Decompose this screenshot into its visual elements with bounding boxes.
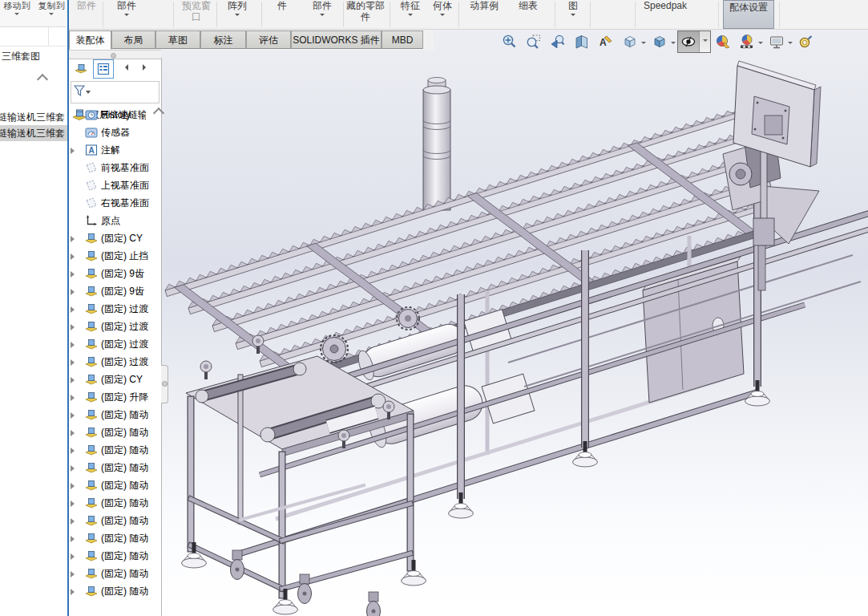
caster-wheel[interactable] <box>298 574 312 604</box>
previous-view-icon[interactable] <box>548 32 567 51</box>
expand-arrow-icon[interactable] <box>71 271 78 278</box>
expand-arrow-icon[interactable] <box>71 589 78 595</box>
expand-arrow-icon[interactable] <box>71 342 78 348</box>
propertymanager-tab[interactable] <box>93 59 114 79</box>
expand-arrow-icon[interactable] <box>71 253 78 260</box>
ribbon-assembly-settings-button[interactable]: 配体设置 <box>723 0 774 29</box>
ribbon-smart-fastener-button[interactable]: 件 <box>266 0 298 11</box>
tab-evaluate[interactable]: 评估 <box>246 30 291 49</box>
tree-item[interactable]: A (固定) 随动 <box>69 529 161 547</box>
expand-arrow-icon[interactable] <box>71 448 78 454</box>
tree-filter-box[interactable] <box>71 81 159 103</box>
scroll-tabs-left-icon[interactable] <box>122 64 128 71</box>
ribbon-speedpak-button[interactable]: Speedpak <box>640 0 691 11</box>
tree-item[interactable]: A (固定) 9齿 <box>69 265 161 282</box>
tree-item[interactable]: A (固定) 随动 <box>69 459 161 476</box>
ribbon-motion-study-button[interactable]: 动算例 <box>463 0 505 11</box>
ribbon-insert-component-button[interactable]: 部件 <box>111 0 143 18</box>
expand-arrow-icon[interactable] <box>71 536 78 542</box>
expand-arrow-icon[interactable] <box>71 359 78 366</box>
tree-item[interactable]: A (固定) 随动 <box>69 547 161 565</box>
hide-show-items-button-pressed[interactable] <box>677 30 711 53</box>
caster-wheel[interactable] <box>231 550 244 580</box>
leveling-foot[interactable] <box>182 542 207 568</box>
panel-splitter-horizontal[interactable] <box>69 50 161 59</box>
caster-wheel[interactable] <box>367 592 381 616</box>
leveling-foot[interactable] <box>273 589 298 614</box>
tree-item[interactable]: A (固定) 过渡 <box>69 353 161 371</box>
expand-arrow-icon[interactable] <box>71 553 78 560</box>
display-style-icon[interactable] <box>650 32 669 51</box>
panel-collapse-handle[interactable] <box>161 365 168 403</box>
file-row[interactable]: 链输送机三维套 <box>0 109 67 125</box>
expand-arrow-icon[interactable] <box>71 377 78 383</box>
tree-item[interactable]: A (固定) 随动 <box>69 582 161 600</box>
assembly-3d-model[interactable] <box>164 50 868 616</box>
ribbon-pattern-button[interactable]: 阵列 <box>221 0 253 18</box>
tree-item[interactable]: A 注解 <box>69 141 161 159</box>
tree-item[interactable]: A (固定) 随动 <box>69 476 161 494</box>
adjustment-knob[interactable] <box>200 361 212 379</box>
ribbon-bom-button[interactable]: 细表 <box>510 0 547 11</box>
expand-arrow-icon[interactable] <box>71 306 78 313</box>
expand-arrow-icon[interactable] <box>71 236 78 242</box>
ribbon-exploded-view-button[interactable]: 图 <box>561 0 585 18</box>
ribbon-reference-geometry-button[interactable]: 何体 <box>426 0 458 18</box>
filter-funnel-icon[interactable] <box>74 84 91 100</box>
hide-show-items-icon[interactable] <box>679 32 698 51</box>
tree-item[interactable]: A 原点 <box>69 212 161 229</box>
copy-to-button[interactable]: 复制到 <box>35 0 67 24</box>
tree-item[interactable]: A (固定) 随动 <box>69 565 161 582</box>
tree-item[interactable]: A (固定) 随动 <box>69 424 161 441</box>
tree-item[interactable]: A (固定) 过渡 <box>69 335 161 353</box>
tree-item[interactable]: A (固定) 随动 <box>69 406 161 424</box>
tree-item[interactable]: A (固定) 随动 <box>69 494 161 512</box>
tab-markup[interactable]: 标注 <box>200 30 246 49</box>
tree-item[interactable]: A 右视基准面 <box>69 194 161 212</box>
edit-appearance-icon[interactable] <box>713 32 733 51</box>
bellows-cylinder[interactable] <box>423 78 450 211</box>
tree-item[interactable]: A (固定) CY <box>69 371 161 388</box>
collapse-chevron-icon[interactable] <box>37 74 48 85</box>
file-row-selected[interactable]: 链输送机三维套 <box>0 125 67 141</box>
view-settings-icon[interactable] <box>767 32 786 51</box>
leveling-foot[interactable] <box>449 492 474 518</box>
tree-item[interactable]: A 传感器 <box>69 124 161 141</box>
expand-arrow-icon[interactable] <box>71 518 78 525</box>
tab-assembly[interactable]: 装配体 <box>69 30 111 50</box>
zoom-to-area-icon[interactable] <box>524 32 543 51</box>
zoom-to-fit-icon[interactable] <box>500 32 519 51</box>
expand-arrow-icon[interactable] <box>71 412 78 419</box>
ribbon-move-component-button[interactable]: 部件 <box>306 0 338 18</box>
chevron-down-icon[interactable] <box>641 42 646 47</box>
tree-item[interactable]: A (固定) 过渡 <box>69 318 161 335</box>
tab-layout[interactable]: 布局 <box>111 30 155 49</box>
chevron-down-icon[interactable] <box>758 42 763 47</box>
tree-item[interactable]: A (固定) CY <box>69 229 161 247</box>
tab-mbd[interactable]: MBD <box>382 30 423 49</box>
section-view-icon[interactable] <box>572 32 591 51</box>
tree-item[interactable]: A 前视基准面 <box>69 159 161 176</box>
expand-arrow-icon[interactable] <box>71 571 78 578</box>
tab-sketch[interactable]: 草图 <box>155 30 200 49</box>
ribbon-hidden-components-button[interactable]: 藏的零部件 <box>346 0 385 22</box>
expand-arrow-icon[interactable] <box>71 148 78 154</box>
tree-item[interactable]: A (固定) 过渡 <box>69 300 161 318</box>
tree-item[interactable]: A (固定) 随动 <box>69 441 161 459</box>
expand-arrow-icon[interactable] <box>71 500 78 507</box>
tree-item[interactable]: A History <box>69 106 161 124</box>
annotation-views-icon[interactable]: A <box>596 32 616 51</box>
expand-arrow-icon[interactable] <box>71 483 78 489</box>
expand-arrow-icon[interactable] <box>71 395 78 401</box>
tree-item[interactable]: A (固定) 9齿 <box>69 282 161 300</box>
graphics-viewport[interactable]: A <box>161 30 868 616</box>
expand-arrow-icon[interactable] <box>71 430 78 436</box>
expand-arrow-icon[interactable] <box>71 465 78 472</box>
scroll-tabs-right-icon[interactable] <box>143 64 149 71</box>
tree-item[interactable]: A 上视基准面 <box>69 176 161 194</box>
ribbon-assembly-features-button[interactable]: 特征 <box>394 0 426 18</box>
tree-item[interactable]: A (固定) 止挡 <box>69 247 161 265</box>
view-orientation-icon[interactable] <box>620 32 640 51</box>
move-to-button[interactable]: 移动到 <box>2 0 32 24</box>
chevron-down-icon[interactable] <box>671 42 676 47</box>
